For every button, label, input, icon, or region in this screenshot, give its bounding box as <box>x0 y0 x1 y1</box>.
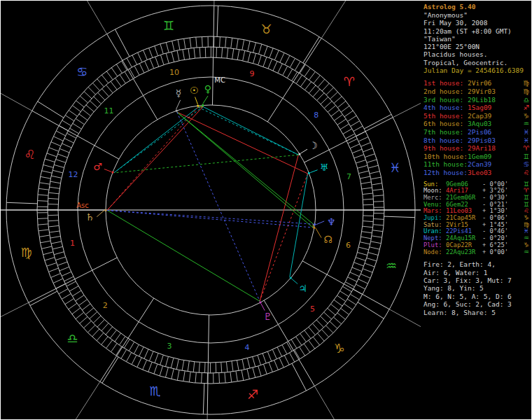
aspect-sex-sun-moon <box>198 107 298 155</box>
house-label: 2nd house: <box>424 88 468 96</box>
planet-marker-venus <box>202 104 204 106</box>
stat-line: Yang: 8, Yin: 5 <box>424 284 529 292</box>
house-row: 8th house:29Pis03♓ <box>424 136 529 145</box>
sign-glyph: ♓ <box>520 128 529 136</box>
ascendant-label: Asc <box>76 202 89 209</box>
house-number-1: 1 <box>70 239 75 248</box>
house-cusp-value: 2Can39 <box>468 160 520 169</box>
house-row: 12th house:3Leo03♌ <box>424 169 529 177</box>
house-number-10: 10 <box>169 68 179 77</box>
house-cusp-value: 2Cap39 <box>468 112 520 120</box>
planet-row: Node:22Aqu23R+ 0°00'♒ <box>424 249 529 256</box>
house-cusp-value: 3Aqu03 <box>468 120 520 128</box>
stat-line: Fire: 2, Earth: 4, <box>424 260 529 268</box>
sign-glyph-aries: ♈ <box>344 74 355 89</box>
planet-glyph-pluto: ♇ <box>264 311 273 322</box>
aspect-tri-mercury-neptune <box>177 112 314 224</box>
house-cusp-value: 29Lib18 <box>468 96 520 104</box>
planet-marker-node <box>313 227 315 229</box>
sign-glyph-sagittarius: ♐ <box>247 387 258 402</box>
house-row: 11th house:2Can39♋ <box>424 160 529 169</box>
stat-line: Car: 3, Fix: 3, Mut: 7 <box>424 276 529 284</box>
planet-marker-pluto <box>259 302 261 304</box>
house-label: 3rd house: <box>424 96 468 104</box>
house-cusp-value: 2Vir06 <box>468 79 520 88</box>
info-line: Fri May 30, 2008 <box>424 19 529 27</box>
sign-glyph: ♑ <box>520 112 529 120</box>
planet-glyph-jupiter: ♃ <box>299 283 308 294</box>
planet-glyph-moon: ☽ <box>309 140 318 151</box>
sign-glyph-taurus: ♉ <box>260 22 272 36</box>
house-cusp-value: 29Ari18 <box>468 144 520 153</box>
planet-label: Node: <box>424 249 446 256</box>
stat-line: Ang: 6, Suc: 2, Cad: 3 <box>424 300 529 308</box>
house-label: 4th house: <box>424 104 468 112</box>
sign-glyph-gemini: ♊ <box>163 18 174 33</box>
planet-latitude: + 0°00' <box>482 249 520 256</box>
info-panel: Astrolog 5.40 "Anonymous"Fri May 30, 200… <box>421 1 531 419</box>
info-line: Tropical, Geocentric. <box>424 59 529 66</box>
house-cusp-value: 1Gem09 <box>468 153 520 161</box>
house-label: 12th house: <box>424 169 468 177</box>
sign-glyph: ♍ <box>520 79 529 88</box>
aspect-squ-uranus-pluto <box>260 174 308 301</box>
planet-marker-mercury <box>176 110 178 112</box>
house-cusp-spokes <box>1 1 421 419</box>
planet-marker-saturn <box>104 209 106 211</box>
house-cusp-value: 1Sag09 <box>468 104 520 112</box>
house-row: 6th house:3Aqu03♒ <box>424 120 529 128</box>
aspect-tri-saturn-pluto <box>107 210 260 301</box>
house-row: 1st house:2Vir06♍ <box>424 79 529 88</box>
aspect-lines <box>107 106 314 301</box>
aspect-opp-saturn-node <box>107 210 313 227</box>
info-line: "Taiwan" <box>424 35 529 43</box>
planet-glyph-mercury: ☿ <box>176 88 182 99</box>
aspect-opp-saturn-neptune <box>107 210 314 224</box>
house-cusp-value: 29Vir03 <box>468 88 520 96</box>
house-label: 11th house: <box>424 160 468 169</box>
sign-glyph: ♒ <box>520 249 529 256</box>
planet-glyph-venus: ♀ <box>204 83 211 94</box>
planet-marker-jupiter <box>290 277 292 279</box>
element-stats-list: Fire: 2, Earth: 4,Air: 6, Water: 1Car: 3… <box>424 260 529 316</box>
planet-marker-mars <box>111 172 113 174</box>
astrolog-window: ♈♉♊♋♌♍♎♏♐♑♒♓123456789101112AscMC☉☽☿♀♂♃♄♅… <box>0 0 532 420</box>
sign-glyph-capricorn: ♑ <box>334 341 345 356</box>
stat-line: Learn: 8, Share: 5 <box>424 309 529 316</box>
sign-glyph-leo: ♌ <box>24 147 36 162</box>
sign-glyph-virgo: ♍ <box>21 245 32 260</box>
julian-day: Julian Day = 2454616.6389 <box>424 66 529 74</box>
sign-glyph: ♎ <box>520 96 529 104</box>
sign-glyph-cancer: ♋ <box>76 64 88 79</box>
sign-glyph: ♍ <box>520 88 529 96</box>
info-line: "Anonymous" <box>424 11 529 19</box>
aspect-squ-mercury-uranus <box>177 112 308 174</box>
planet-marker-neptune <box>314 223 316 225</box>
planet-glyph-mars: ♂ <box>93 161 102 172</box>
sign-glyph: ♒ <box>520 120 529 128</box>
house-number-9: 9 <box>249 69 254 78</box>
stat-line: M: 6, N: 5, A: 5, D: 6 <box>424 293 529 300</box>
planet-glyph-sun: ☉ <box>190 85 199 96</box>
planet-marker-sun <box>197 105 199 107</box>
house-row: 9th house:29Ari18♈ <box>424 144 529 153</box>
house-number-5: 5 <box>310 304 315 314</box>
house-number-11: 11 <box>104 106 114 115</box>
sign-glyph-pisces: ♓ <box>389 160 400 175</box>
planet-glyph-node: ☊ <box>324 234 332 245</box>
house-row: 3rd house:29Lib18♎ <box>424 96 529 104</box>
sign-glyph-libra: ♎ <box>66 331 78 346</box>
angle-labels: AscMC <box>76 76 225 209</box>
house-row: 5th house:2Cap39♑ <box>424 112 529 120</box>
house-number-2: 2 <box>103 301 108 310</box>
house-row: 4th house:1Sag09♐ <box>424 104 529 112</box>
aspect-con-neptune-node <box>313 224 314 227</box>
house-number-3: 3 <box>167 342 172 351</box>
house-row: 10th house:1Gem09♊ <box>424 153 529 161</box>
house-label: 1st house: <box>424 79 468 88</box>
house-label: 9th house: <box>424 144 468 153</box>
house-label: 5th house: <box>424 112 468 120</box>
info-line: Placidus houses. <box>424 50 529 58</box>
stat-line: Air: 6, Water: 1 <box>424 269 529 276</box>
planet-glyph-neptune: ♆ <box>327 216 336 227</box>
